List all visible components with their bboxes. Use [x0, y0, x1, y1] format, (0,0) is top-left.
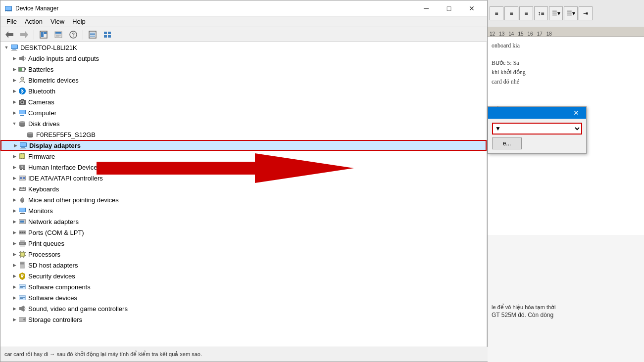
tree-panel[interactable]: ▼ DESKTOP-L8LI21K ▶	[0, 42, 487, 351]
processors-icon	[18, 250, 26, 258]
tree-item-ports[interactable]: ▶ Ports (COM & LPT)	[0, 227, 487, 238]
help-button[interactable]: ?	[66, 29, 80, 41]
tree-item-sw-components[interactable]: ▶ Software components	[0, 281, 487, 292]
tree-item-ide[interactable]: ▶ IDE ATA/ATAPI controllers	[0, 173, 487, 183]
batteries-icon	[18, 65, 26, 73]
tree-item-sd-host[interactable]: ▶ SD host adapters	[0, 260, 487, 271]
doc-line-1: onboard kia	[492, 42, 640, 49]
tree-item-firmware[interactable]: ▶ Firmware	[0, 151, 487, 162]
close-button[interactable]: ✕	[460, 0, 483, 16]
svg-rect-61	[20, 169, 22, 170]
keyboards-expander[interactable]: ▶	[10, 185, 18, 193]
menu-file[interactable]: File	[2, 17, 21, 26]
tree-item-disk[interactable]: ▼ Disk drives	[0, 118, 487, 129]
svg-rect-52	[20, 148, 26, 148]
audio-expander[interactable]: ▶	[10, 54, 18, 62]
tree-item-biometric[interactable]: ▶ Biometric devices	[0, 75, 487, 86]
view-button[interactable]	[100, 29, 114, 41]
sd-host-expander[interactable]: ▶	[10, 261, 18, 269]
menu-bar: File Action View Help	[0, 16, 487, 27]
firmware-icon	[18, 152, 26, 160]
tree-item-print-queues[interactable]: ▶ Print queues	[0, 238, 487, 249]
svg-rect-116	[20, 298, 23, 299]
hid-expander[interactable]: ▶	[10, 163, 18, 171]
tree-item-sw-devices[interactable]: ▶ Software devices	[0, 292, 487, 303]
tree-item-bluetooth[interactable]: ▶ Bluetooth	[0, 86, 487, 96]
root-expander[interactable]: ▼	[2, 44, 10, 51]
update-driver-button[interactable]	[51, 29, 65, 41]
computer-icon	[10, 44, 18, 51]
sw-devices-expander[interactable]: ▶	[10, 294, 18, 302]
back-button[interactable]	[2, 29, 16, 41]
tree-item-computer[interactable]: ▶ Computer	[0, 107, 487, 118]
batteries-expander[interactable]: ▶	[10, 65, 18, 73]
doc-btn-align-right[interactable]: ≡	[519, 6, 533, 20]
tree-item-disk-child[interactable]: ▶ F0RE5F5F5_S12GB	[0, 129, 487, 140]
svg-rect-42	[20, 115, 24, 116]
ports-expander[interactable]: ▶	[10, 228, 18, 236]
menu-view[interactable]: View	[47, 17, 68, 26]
doc-btn-align-center[interactable]: ≡	[504, 6, 518, 20]
network-expander[interactable]: ▶	[10, 218, 18, 226]
computer-expander[interactable]: ▶	[10, 109, 18, 117]
monitors-expander[interactable]: ▶	[10, 207, 18, 215]
svg-rect-28	[19, 57, 21, 60]
doc-toolbar: ≡ ≡ ≡ ↕≡ ☰▾ ☰▾ ⇥	[488, 0, 644, 27]
tree-item-batteries[interactable]: ▶ Batteries	[0, 64, 487, 75]
maximize-button[interactable]: □	[438, 0, 460, 16]
forward-button[interactable]	[17, 29, 31, 41]
computer-label: Computer	[28, 109, 56, 117]
sound-expander[interactable]: ▶	[10, 305, 18, 313]
menu-action[interactable]: Action	[21, 17, 47, 26]
tree-item-cameras[interactable]: ▶ Cameras	[0, 96, 487, 107]
scan-button[interactable]	[86, 29, 99, 41]
doc-btn-indent[interactable]: ⇥	[579, 6, 593, 20]
doc-line-3: khi khởi đồng	[492, 69, 640, 76]
disk-child-icon	[26, 131, 34, 138]
doc-buoc5: Bước 5: Sa	[492, 59, 519, 66]
tree-item-mice[interactable]: ▶ Mice and other pointing devices	[0, 194, 487, 205]
tree-item-security[interactable]: ▶ Security devices	[0, 271, 487, 281]
display-expander[interactable]: ▶	[11, 141, 19, 149]
cameras-expander[interactable]: ▶	[10, 98, 18, 106]
popup-btn[interactable]: e...	[492, 137, 522, 149]
popup-select[interactable]: ▼	[492, 123, 582, 135]
tree-item-audio[interactable]: ▶ Audio inputs and outputs	[0, 53, 487, 64]
svg-rect-62	[23, 169, 25, 170]
tree-item-storage[interactable]: ▶ Storage controllers	[0, 314, 487, 325]
sw-devices-label: Software devices	[28, 294, 77, 302]
tree-item-sound[interactable]: ▶ Sound, video and game controllers	[0, 303, 487, 314]
doc-btn-list2[interactable]: ☰▾	[564, 6, 578, 20]
mice-expander[interactable]: ▶	[10, 196, 18, 204]
tree-item-hid[interactable]: ▶ Human Interface Devices	[0, 162, 487, 173]
ruler-mark-12: 12	[490, 31, 495, 37]
processors-expander[interactable]: ▶	[10, 250, 18, 258]
tree-item-network[interactable]: ▶ Network adapters	[0, 216, 487, 227]
popup-close-button[interactable]: ✕	[570, 107, 582, 119]
security-expander[interactable]: ▶	[10, 272, 18, 280]
firmware-expander[interactable]: ▶	[10, 152, 18, 160]
tree-item-monitors[interactable]: ▶ Monitors	[0, 205, 487, 216]
bluetooth-label: Bluetooth	[28, 88, 55, 95]
tree-item-processors[interactable]: ▶ Processors	[0, 249, 487, 260]
tree-root[interactable]: ▼ DESKTOP-L8LI21K	[0, 42, 487, 53]
doc-btn-line-spacing[interactable]: ↕≡	[534, 6, 548, 20]
doc-btn-align-left[interactable]: ≡	[490, 6, 503, 20]
storage-expander[interactable]: ▶	[10, 316, 18, 323]
bluetooth-expander[interactable]: ▶	[10, 87, 18, 95]
tree-item-keyboards[interactable]: ▶ Keyboards	[0, 183, 487, 194]
sw-components-expander[interactable]: ▶	[10, 283, 18, 291]
svg-rect-3	[10, 10, 12, 11]
svg-point-75	[22, 197, 23, 198]
ide-expander[interactable]: ▶	[10, 174, 18, 182]
biometric-expander[interactable]: ▶	[10, 76, 18, 84]
print-queues-expander[interactable]: ▶	[10, 239, 18, 247]
menu-help[interactable]: Help	[68, 17, 90, 26]
properties-button[interactable]	[37, 29, 50, 41]
device-manager-window: Device Manager ─ □ ✕ File Action View He…	[0, 0, 488, 362]
doc-btn-list1[interactable]: ☰▾	[549, 6, 563, 20]
svg-rect-20	[104, 32, 107, 34]
disk-expander[interactable]: ▼	[10, 120, 18, 128]
tree-item-display[interactable]: ▶ Display adapters	[0, 140, 487, 151]
minimize-button[interactable]: ─	[415, 0, 438, 16]
